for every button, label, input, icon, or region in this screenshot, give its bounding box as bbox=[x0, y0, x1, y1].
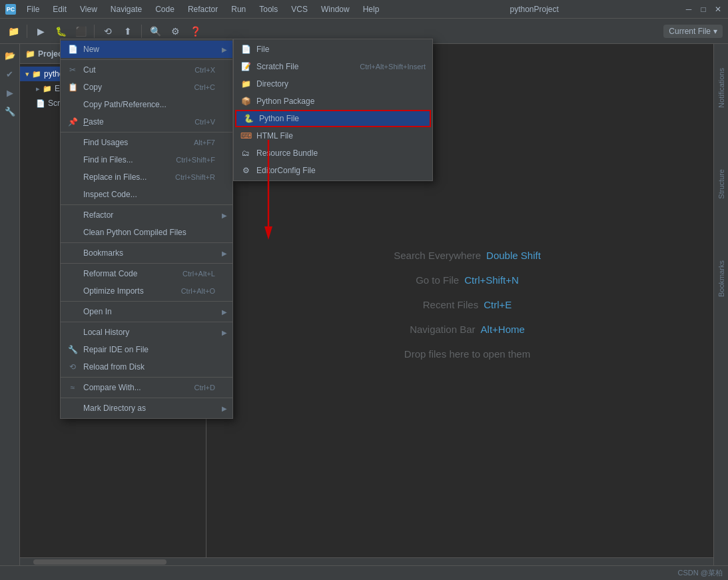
replace-icon bbox=[67, 172, 78, 182]
recent-shortcut: Ctrl+E bbox=[484, 299, 512, 310]
sub-editorconfig[interactable]: ⚙ EditorConfig File bbox=[234, 162, 432, 179]
tree-expand-icon: ▸ bbox=[36, 85, 40, 93]
recent-files-hint: Recent Files Ctrl+E bbox=[423, 299, 512, 310]
sub-python-package[interactable]: 📦 Python Package bbox=[234, 93, 432, 110]
ctx-compare-shortcut: Ctrl+D bbox=[194, 384, 226, 392]
ctx-find-usages[interactable]: Find Usages Alt+F7 bbox=[61, 134, 232, 151]
menu-view[interactable]: View bbox=[75, 3, 103, 15]
close-button[interactable]: ✕ bbox=[713, 5, 723, 14]
goto-shortcut: Ctrl+Shift+N bbox=[464, 274, 519, 286]
ctx-copy[interactable]: 📋 Copy Ctrl+C bbox=[61, 79, 232, 96]
sub-editorconfig-label: EditorConfig File bbox=[256, 166, 426, 175]
ctx-optimize-imports[interactable]: Optimize Imports Ctrl+Alt+O bbox=[61, 282, 232, 300]
maximize-button[interactable]: □ bbox=[699, 5, 708, 14]
ctx-open-in-label: Open In bbox=[83, 307, 226, 316]
directory-icon: 📁 bbox=[240, 79, 251, 89]
ctx-reload[interactable]: ⟲ Reload from Disk bbox=[61, 358, 232, 376]
sub-resource-bundle[interactable]: 🗂 Resource Bundle bbox=[234, 145, 432, 162]
ctx-new[interactable]: 📄 New bbox=[61, 41, 232, 58]
sub-scratch-label: Scratch File bbox=[256, 62, 354, 71]
menu-window[interactable]: Window bbox=[316, 3, 355, 15]
ctx-cut[interactable]: ✂ Cut Ctrl+X bbox=[61, 61, 232, 79]
nav-bar-label: Navigation Bar bbox=[410, 324, 475, 335]
ctx-clean-python[interactable]: Clean Python Compiled Files bbox=[61, 224, 232, 241]
find-usages-icon bbox=[67, 137, 78, 148]
ctx-find-usages-shortcut: Alt+F7 bbox=[194, 139, 226, 146]
submenu-new: 📄 File 📝 Scratch File Ctrl+Alt+Shift+Ins… bbox=[233, 39, 433, 181]
ctx-inspect-label: Inspect Code... bbox=[83, 190, 226, 199]
ctx-mark-label: Mark Directory as bbox=[83, 404, 226, 413]
sidebar-commit-icon[interactable]: ✔ bbox=[1, 65, 19, 83]
right-panel-tabs: Notifications Structure Bookmarks bbox=[713, 44, 728, 565]
optimize-icon bbox=[67, 286, 78, 296]
toolbar-git-btn[interactable]: ⟲ bbox=[100, 23, 116, 39]
sub-python-file[interactable]: 🐍 Python File bbox=[235, 110, 431, 127]
resource-bundle-icon: 🗂 bbox=[240, 148, 251, 158]
menu-vcs[interactable]: VCS bbox=[286, 3, 313, 15]
menu-run[interactable]: Run bbox=[226, 3, 251, 15]
scrollbar-thumb[interactable] bbox=[33, 559, 167, 565]
toolbar-help-btn[interactable]: ❓ bbox=[187, 23, 203, 39]
ctx-find-in-files[interactable]: Find in Files... Ctrl+Shift+F bbox=[61, 151, 232, 168]
sub-html-file[interactable]: ⌨ HTML File bbox=[234, 127, 432, 145]
sidebar-debug-icon[interactable]: 🔧 bbox=[1, 103, 19, 120]
ctx-reload-label: Reload from Disk bbox=[83, 362, 226, 372]
ctx-bookmarks[interactable]: Bookmarks bbox=[61, 244, 232, 262]
menu-refactor[interactable]: Refactor bbox=[182, 3, 223, 15]
ctx-sep-4 bbox=[61, 242, 232, 243]
sub-file[interactable]: 📄 File bbox=[234, 41, 432, 58]
ctx-copy-path[interactable]: Copy Path/Reference... bbox=[61, 96, 232, 113]
new-icon: 📄 bbox=[67, 44, 78, 55]
app-icon: PC bbox=[5, 4, 16, 15]
ctx-repair-ide[interactable]: 🔧 Repair IDE on File bbox=[61, 341, 232, 358]
ctx-inspect-code[interactable]: Inspect Code... bbox=[61, 186, 232, 203]
ctx-local-history-label: Local History bbox=[83, 328, 226, 337]
toolbar-sep-3 bbox=[141, 25, 142, 38]
notifications-tab[interactable]: Notifications bbox=[716, 64, 727, 112]
current-file-dropdown[interactable]: Current File ▾ bbox=[663, 25, 723, 38]
ctx-open-in[interactable]: Open In bbox=[61, 303, 232, 320]
ctx-sep-7 bbox=[61, 322, 232, 322]
ctx-compare-with[interactable]: ≈ Compare With... Ctrl+D bbox=[61, 379, 232, 396]
ctx-refactor[interactable]: Refactor bbox=[61, 206, 232, 224]
clean-icon bbox=[67, 227, 78, 238]
copy-icon: 📋 bbox=[67, 82, 78, 93]
ctx-cut-label: Cut bbox=[83, 65, 189, 75]
bookmarks-tab[interactable]: Bookmarks bbox=[716, 256, 727, 301]
sidebar-project-icon[interactable]: 📂 bbox=[1, 47, 19, 64]
toolbar-settings-btn[interactable]: ⚙ bbox=[167, 23, 183, 39]
sub-directory[interactable]: 📁 Directory bbox=[234, 75, 432, 93]
menu-code[interactable]: Code bbox=[150, 3, 180, 15]
toolbar-search-btn[interactable]: 🔍 bbox=[147, 23, 163, 39]
toolbar-stop-btn[interactable]: ⬛ bbox=[73, 23, 89, 39]
sub-html-label: HTML File bbox=[256, 131, 426, 141]
sub-scratch-file[interactable]: 📝 Scratch File Ctrl+Alt+Shift+Insert bbox=[234, 58, 432, 75]
recent-label: Recent Files bbox=[423, 299, 478, 310]
ctx-reformat[interactable]: Reformat Code Ctrl+Alt+L bbox=[61, 265, 232, 282]
search-everywhere-hint: Search Everywhere Double Shift bbox=[394, 250, 541, 261]
menu-navigate[interactable]: Navigate bbox=[105, 3, 147, 15]
refactor-icon bbox=[67, 210, 78, 220]
sub-directory-label: Directory bbox=[256, 79, 426, 89]
ctx-find-usages-label: Find Usages bbox=[83, 138, 188, 147]
toolbar-project-btn[interactable]: 📁 bbox=[5, 23, 21, 39]
ctx-local-history[interactable]: Local History bbox=[61, 324, 232, 341]
ctx-mark-directory[interactable]: Mark Directory as bbox=[61, 400, 232, 417]
toolbar-debug-btn[interactable]: 🐛 bbox=[53, 23, 69, 39]
minimize-button[interactable]: ─ bbox=[684, 5, 693, 14]
menu-file[interactable]: File bbox=[21, 3, 45, 15]
toolbar-push-btn[interactable]: ⬆ bbox=[120, 23, 136, 39]
window-controls: ─ □ ✕ bbox=[684, 5, 723, 14]
sidebar-run-icon[interactable]: ▶ bbox=[1, 84, 19, 101]
toolbar-run-btn[interactable]: ▶ bbox=[33, 23, 49, 39]
ctx-sep-5 bbox=[61, 263, 232, 264]
menu-tools[interactable]: Tools bbox=[254, 3, 283, 15]
menu-edit[interactable]: Edit bbox=[47, 3, 72, 15]
ctx-cut-shortcut: Ctrl+X bbox=[194, 66, 226, 74]
ctx-paste[interactable]: 📌 Paste Ctrl+V bbox=[61, 113, 232, 131]
menu-help[interactable]: Help bbox=[358, 3, 385, 15]
ctx-replace-in-files[interactable]: Replace in Files... Ctrl+Shift+R bbox=[61, 168, 232, 186]
inspect-icon bbox=[67, 189, 78, 200]
find-files-icon bbox=[67, 154, 78, 165]
structure-tab[interactable]: Structure bbox=[716, 165, 727, 203]
